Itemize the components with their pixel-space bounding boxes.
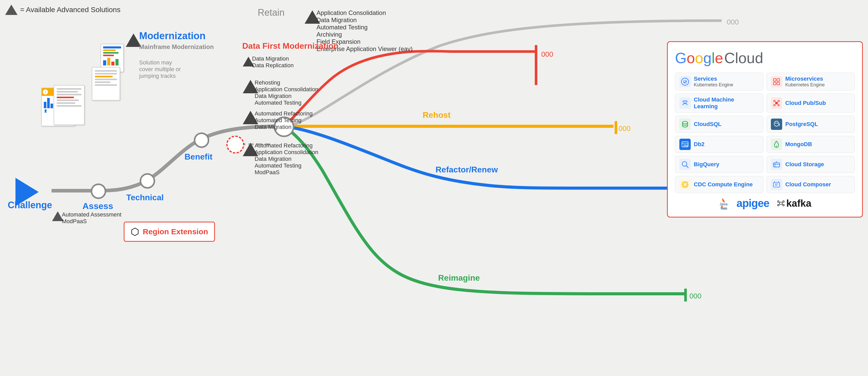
gc-logo-g2: g: [703, 50, 712, 66]
postgresql-text: PostgreSQL: [785, 121, 818, 128]
cloud-ml-icon: [679, 97, 691, 109]
db2-title: Db2: [694, 141, 705, 148]
reimagine-services-text: Automated Refactoring Application Consol…: [255, 142, 318, 176]
retain-label: Retain: [258, 7, 284, 18]
gc-item-cloudsql: CloudSQL: [675, 116, 763, 133]
gc-logo-o1: o: [687, 50, 695, 66]
modernization-sub: Mainframe Modernization: [139, 43, 214, 51]
gc-item-cloud-composer: Cloud Composer: [767, 176, 855, 193]
reimagine-label: Reimagine: [438, 273, 480, 283]
gc-item-bigquery: BigQuery: [675, 156, 763, 173]
svg-point-55: [780, 202, 782, 205]
gc-logo-l: l: [712, 50, 715, 66]
data-first-label: Data First Modernization: [242, 41, 338, 51]
svg-point-24: [774, 104, 775, 106]
cloud-storage-icon: [771, 159, 782, 170]
gc-item-postgresql: PostgreSQL: [767, 116, 855, 133]
svg-text:000: 000: [541, 50, 553, 58]
cdc-compute-icon: [679, 179, 691, 190]
gc-item-mongodb: MongoDB: [767, 136, 855, 153]
svg-line-60: [779, 202, 780, 203]
assess-label: Assess: [83, 201, 113, 211]
region-extension-label: Region Extension: [143, 227, 208, 236]
services-title: Services: [694, 75, 733, 82]
svg-rect-40: [773, 163, 780, 167]
svg-rect-19: [777, 82, 780, 85]
svg-text:Java: Java: [719, 202, 727, 206]
svg-text:Db2: Db2: [683, 144, 688, 147]
challenge-label: Challenge: [8, 200, 52, 211]
google-cloud-panel: Google Cloud Services Kubernetes Engine: [667, 41, 863, 218]
svg-line-63: [782, 204, 783, 205]
svg-rect-44: [683, 183, 687, 186]
svg-text:000: 000: [619, 124, 631, 132]
microservices-icon: [771, 76, 782, 87]
svg-point-30: [682, 121, 688, 124]
cloud-composer-icon: [771, 179, 782, 190]
data-first-services: Data Migration Data Replication: [252, 55, 293, 69]
pubsub-text: Cloud Pub/Sub: [785, 100, 826, 106]
main-container: 000 000 000 000 000 = Available Advanced…: [0, 0, 868, 376]
svg-point-31: [774, 121, 779, 126]
cloud-composer-title: Cloud Composer: [785, 181, 831, 188]
svg-point-23: [778, 100, 779, 102]
bigquery-title: BigQuery: [694, 161, 719, 168]
svg-text:000: 000: [727, 18, 739, 26]
cloudsql-icon: [679, 119, 691, 130]
apigee-logo: apigee: [737, 197, 769, 210]
mongodb-title: MongoDB: [785, 141, 812, 148]
assess-tools-text: Automated Assessment ModPaaS: [62, 211, 121, 225]
google-cloud-logo: Google Cloud: [675, 49, 855, 66]
assess-node: [91, 184, 106, 199]
svg-line-39: [686, 166, 688, 167]
gc-item-db2: Db2 Db2: [675, 136, 763, 153]
gc-logo-o2: o: [695, 50, 703, 66]
microservices-title: Microservices: [785, 75, 825, 82]
svg-point-56: [778, 201, 779, 202]
svg-point-32: [775, 123, 776, 124]
postgresql-title: PostgreSQL: [785, 121, 818, 128]
gc-item-cloud-ml: Cloud Machine Learning: [675, 94, 763, 113]
gc-logo-cloud: Cloud: [724, 49, 763, 66]
svg-rect-17: [777, 79, 780, 81]
java-logo: Java: [718, 197, 729, 210]
cloud-storage-title: Cloud Storage: [785, 161, 824, 168]
cdc-compute-text: CDC Compute Engine: [694, 181, 753, 188]
gc-services-grid: Services Kubernetes Engine Microservices…: [675, 73, 855, 193]
gc-item-cdc-compute: CDC Compute Engine: [675, 176, 763, 193]
services-text: Services Kubernetes Engine: [694, 75, 733, 88]
svg-point-20: [684, 101, 686, 103]
svg-point-57: [783, 201, 784, 202]
svg-point-22: [774, 100, 775, 102]
svg-point-25: [778, 104, 779, 106]
legend-text: = Available Advanced Solutions: [20, 6, 120, 14]
svg-point-59: [783, 205, 784, 206]
gc-bottom-logos: Java apigee kafka: [675, 197, 855, 210]
svg-line-62: [779, 204, 780, 205]
cdc-compute-title: CDC Compute Engine: [694, 181, 753, 188]
cloud-composer-text: Cloud Composer: [785, 181, 831, 188]
rehost-label: Rehost: [423, 110, 451, 120]
svg-point-15: [683, 80, 687, 83]
refactor-services-text: Automated Refactoring Automated Testing …: [255, 110, 313, 130]
technical-label: Technical: [126, 193, 164, 202]
services-icon: [679, 76, 691, 87]
benefit-node: [194, 132, 209, 148]
mongodb-text: MongoDB: [785, 141, 812, 148]
services-sub: Kubernetes Engine: [694, 82, 733, 88]
svg-point-33: [777, 123, 778, 124]
legend-triangle-icon: [5, 5, 18, 15]
kafka-logo: kafka: [777, 198, 811, 209]
cloud-storage-text: Cloud Storage: [785, 161, 824, 168]
modernization-label: Modernization: [139, 30, 206, 41]
legend: = Available Advanced Solutions: [5, 5, 120, 15]
mongodb-icon: [771, 139, 782, 150]
region-extension-box: ⬡ Region Extension: [124, 222, 215, 242]
gc-item-services: Services Kubernetes Engine: [675, 73, 763, 90]
modernization-icon: [126, 33, 141, 47]
gc-item-microservices: Microservices Kubernetes Engine: [767, 73, 855, 90]
cloudsql-text: CloudSQL: [694, 121, 722, 128]
svg-text:000: 000: [689, 292, 702, 300]
db2-icon: Db2: [679, 139, 691, 150]
rehost-services-text: Rehosting Application Consolidation Data…: [255, 80, 318, 106]
